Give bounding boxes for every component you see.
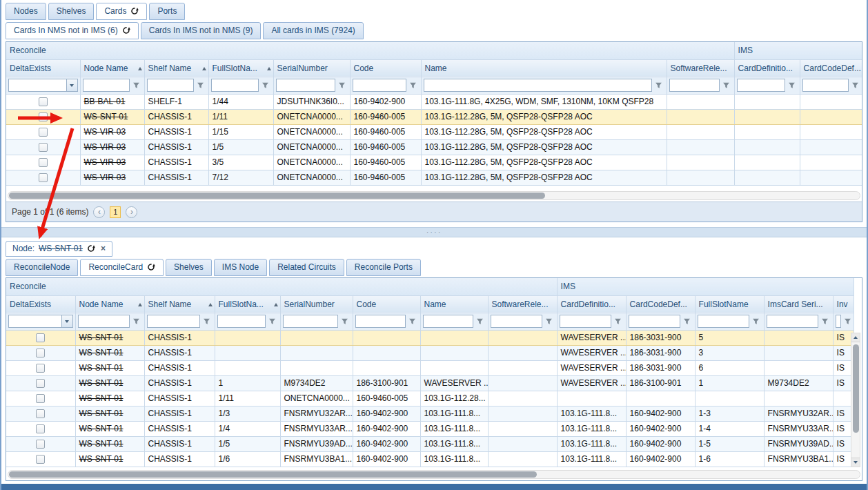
filter-input[interactable] bbox=[669, 79, 720, 92]
refresh-icon[interactable] bbox=[122, 26, 130, 35]
filter-input[interactable] bbox=[560, 315, 611, 328]
row-checkbox[interactable] bbox=[36, 349, 45, 357]
current-page-button[interactable]: 1 bbox=[110, 206, 121, 218]
scrollbar-thumb[interactable] bbox=[9, 193, 545, 199]
filter-input[interactable] bbox=[211, 79, 259, 92]
refresh-icon[interactable] bbox=[130, 7, 139, 15]
filter-funnel-icon[interactable] bbox=[475, 315, 486, 328]
column-header-cardcodedef[interactable]: CardCodeDef... bbox=[800, 59, 862, 77]
filter-input[interactable] bbox=[283, 315, 338, 328]
table-row[interactable]: WS-VIR-03CHASSIS-13/5ONETCNA0000...160-9… bbox=[6, 155, 862, 170]
filter-input[interactable] bbox=[355, 315, 406, 328]
row-checkbox[interactable] bbox=[36, 394, 45, 403]
filter-input[interactable] bbox=[147, 315, 200, 328]
vertical-scrollbar[interactable] bbox=[851, 333, 860, 467]
column-header-name[interactable]: Name bbox=[420, 295, 488, 313]
column-header-fullslotna[interactable]: FullSlotNa... bbox=[215, 295, 280, 313]
column-header-carddefinitio[interactable]: CardDefinitio... bbox=[557, 295, 626, 313]
subtab-shelves[interactable]: Shelves bbox=[166, 259, 212, 276]
filter-funnel-icon[interactable] bbox=[653, 79, 664, 92]
table-row[interactable]: WS-SNT-01CHASSIS-11M9734DE2186-3100-901W… bbox=[6, 375, 854, 391]
panel-splitter[interactable]: ···· bbox=[1, 227, 867, 237]
column-header-fullslotna[interactable]: FullSlotNa... bbox=[208, 59, 273, 77]
column-header-carddefinitio[interactable]: CardDefinitio... bbox=[734, 59, 800, 77]
scroll-up-icon[interactable] bbox=[851, 333, 860, 342]
column-header-shelf-name[interactable]: Shelf Name bbox=[144, 295, 215, 313]
horizontal-scrollbar[interactable] bbox=[8, 470, 860, 479]
filter-funnel-icon[interactable] bbox=[195, 79, 206, 92]
filter-funnel-icon[interactable] bbox=[267, 315, 278, 328]
table-row[interactable]: BB-BAL-01SHELF-11/44JDSUTHNK36I0...160-9… bbox=[6, 94, 862, 109]
row-checkbox[interactable] bbox=[39, 158, 48, 167]
filter-input[interactable] bbox=[78, 315, 130, 328]
close-icon[interactable]: × bbox=[101, 244, 106, 253]
filter-input[interactable] bbox=[491, 315, 542, 328]
filter-funnel-icon[interactable] bbox=[820, 315, 831, 328]
filter-funnel-icon[interactable] bbox=[407, 315, 418, 328]
filter-input[interactable] bbox=[423, 315, 473, 328]
column-header-imscard-seri[interactable]: ImsCard Seri... bbox=[764, 295, 833, 313]
filter-input[interactable] bbox=[83, 79, 130, 92]
filter-input[interactable] bbox=[737, 79, 785, 92]
filter-input[interactable] bbox=[698, 315, 749, 328]
tab-nodes[interactable]: Nodes bbox=[6, 3, 46, 20]
filter-funnel-icon[interactable] bbox=[544, 315, 555, 328]
row-checkbox[interactable] bbox=[36, 409, 45, 418]
column-header-deltaexists[interactable]: DeltaExists bbox=[6, 59, 80, 77]
column-header-softwarerele[interactable]: SoftwareRele... bbox=[667, 59, 734, 77]
next-page-button[interactable]: › bbox=[126, 206, 137, 218]
column-header-deltaexists[interactable]: DeltaExists bbox=[6, 295, 75, 313]
table-row[interactable]: WS-SNT-01CHASSIS-11/11ONETCNA0000...160-… bbox=[6, 391, 854, 406]
filter-input[interactable] bbox=[217, 315, 266, 328]
subtab-all-cards-in-ims-7924[interactable]: All cards in IMS (7924) bbox=[263, 22, 363, 39]
tab-shelves[interactable]: Shelves bbox=[48, 3, 95, 20]
filter-funnel-icon[interactable] bbox=[842, 315, 854, 328]
scroll-down-icon[interactable] bbox=[851, 458, 860, 467]
table-row[interactable]: WS-VIR-03CHASSIS-11/5ONETCNA0000...160-9… bbox=[6, 139, 862, 155]
column-header-inv[interactable]: Inv bbox=[833, 295, 854, 313]
scrollbar-thumb[interactable] bbox=[9, 471, 537, 478]
dropdown-arrow-icon[interactable] bbox=[61, 315, 72, 327]
filter-funnel-icon[interactable] bbox=[751, 315, 762, 328]
column-header-cardcodedef[interactable]: CardCodeDef... bbox=[626, 295, 695, 313]
table-row[interactable]: WS-VIR-03CHASSIS-17/12ONETCNA0000...160-… bbox=[6, 170, 862, 185]
row-checkbox[interactable] bbox=[36, 424, 45, 433]
row-checkbox[interactable] bbox=[36, 364, 45, 373]
subtab-reconcile-ports[interactable]: Reconcile Ports bbox=[346, 259, 421, 276]
filter-input[interactable] bbox=[353, 79, 406, 92]
row-checkbox[interactable] bbox=[36, 379, 45, 388]
table-row[interactable]: WS-SNT-01CHASSIS-11/5FNSRMYU39AD...160-9… bbox=[6, 436, 854, 451]
subtab-cards-in-ims-not-in-nms-9[interactable]: Cards In IMS not in NMS (9) bbox=[141, 22, 262, 39]
column-header-serialnumber[interactable]: SerialNumber bbox=[273, 59, 350, 77]
scrollbar-thumb[interactable] bbox=[853, 344, 859, 433]
filter-funnel-icon[interactable] bbox=[787, 79, 798, 92]
filter-funnel-icon[interactable] bbox=[682, 315, 693, 328]
filter-funnel-icon[interactable] bbox=[260, 79, 271, 92]
column-header-node-name[interactable]: Node Name bbox=[75, 295, 144, 313]
row-checkbox[interactable] bbox=[39, 173, 48, 182]
filter-input[interactable] bbox=[629, 315, 680, 328]
filter-funnel-icon[interactable] bbox=[613, 315, 624, 328]
table-row[interactable]: WS-SNT-01CHASSIS-11/4FNSRMYU33AR...160-9… bbox=[6, 421, 854, 436]
node-detail-tab[interactable]: Node: WS-SNT-01 × bbox=[6, 241, 112, 257]
subtab-reconcilecard[interactable]: ReconcileCard bbox=[80, 259, 164, 276]
filter-input[interactable] bbox=[836, 315, 841, 328]
row-checkbox[interactable] bbox=[39, 128, 48, 137]
table-row[interactable]: WS-SNT-01CHASSIS-11/3FNSRMYU32AR...160-9… bbox=[6, 406, 854, 421]
horizontal-scrollbar[interactable] bbox=[8, 191, 860, 200]
refresh-icon[interactable] bbox=[147, 263, 155, 271]
row-checkbox[interactable] bbox=[39, 112, 48, 121]
filter-dropdown[interactable] bbox=[8, 315, 73, 328]
table-row[interactable]: WS-SNT-01CHASSIS-1WAVESERVER ...186-3031… bbox=[6, 360, 854, 375]
tab-ports[interactable]: Ports bbox=[149, 3, 185, 20]
filter-funnel-icon[interactable] bbox=[131, 315, 142, 328]
row-checkbox[interactable] bbox=[39, 97, 48, 106]
row-checkbox[interactable] bbox=[39, 143, 48, 152]
filter-funnel-icon[interactable] bbox=[721, 79, 732, 92]
column-header-code[interactable]: Code bbox=[350, 59, 421, 77]
tab-cards[interactable]: Cards bbox=[96, 3, 147, 20]
filter-input[interactable] bbox=[767, 315, 818, 328]
table-row[interactable]: WS-SNT-01CHASSIS-11/6FNSRMYU3BA1...160-9… bbox=[6, 451, 854, 467]
filter-funnel-icon[interactable] bbox=[131, 79, 142, 92]
table-row[interactable]: WS-SNT-01CHASSIS-11/11ONETCNA0000...160-… bbox=[6, 109, 862, 124]
